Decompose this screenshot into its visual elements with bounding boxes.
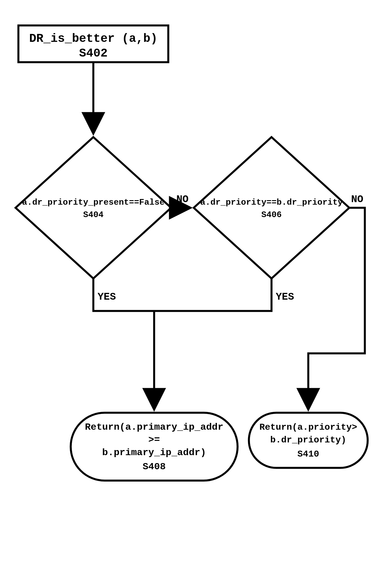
svg-text:S408: S408 bbox=[143, 461, 166, 472]
svg-text:S410: S410 bbox=[298, 449, 319, 459]
lbl-yes-s406: YES bbox=[276, 291, 294, 303]
svg-text:S404: S404 bbox=[83, 210, 104, 220]
svg-text:a.dr_priority_present==False: a.dr_priority_present==False bbox=[22, 198, 165, 207]
flowchart-diagram: DR_is_better (a,b) S402 a.dr_priority_pr… bbox=[0, 0, 377, 588]
svg-text:a.dr_priority==b.dr_priority: a.dr_priority==b.dr_priority bbox=[200, 198, 343, 207]
svg-text:Return(a.priority>: Return(a.priority> bbox=[259, 422, 357, 433]
svg-rect-50 bbox=[0, 0, 377, 588]
lbl-yes-s404: YES bbox=[98, 291, 116, 303]
svg-text:DR_is_better (a,b): DR_is_better (a,b) bbox=[29, 32, 158, 46]
svg-text:S402: S402 bbox=[79, 47, 108, 60]
svg-text:>=: >= bbox=[148, 434, 160, 445]
svg-text:b.primary_ip_addr): b.primary_ip_addr) bbox=[102, 447, 206, 458]
svg-text:S406: S406 bbox=[261, 210, 282, 220]
svg-text:b.dr_priority): b.dr_priority) bbox=[270, 435, 346, 445]
svg-text:Return(a.primary_ip_addr: Return(a.primary_ip_addr bbox=[85, 422, 223, 433]
lbl-no-s406: NO bbox=[351, 194, 363, 205]
lbl-no-s404: NO bbox=[176, 194, 188, 205]
